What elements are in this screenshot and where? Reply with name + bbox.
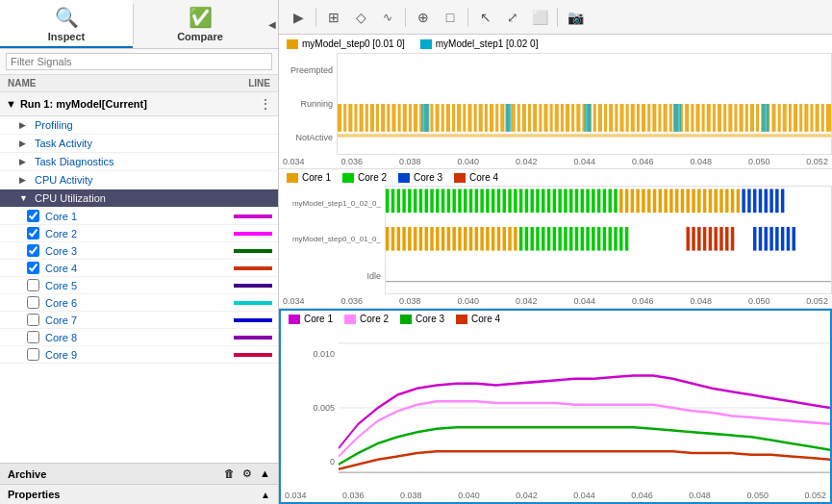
core-item-5[interactable]: Core 5 <box>0 277 278 294</box>
svg-rect-87 <box>810 104 813 132</box>
svg-rect-137 <box>609 189 612 213</box>
rect-button[interactable]: □ <box>439 6 462 29</box>
svg-rect-107 <box>441 189 444 213</box>
tree-item-task-activity[interactable]: ▶ Task Activity <box>0 135 278 153</box>
svg-rect-100 <box>402 189 405 213</box>
svg-rect-167 <box>775 189 778 213</box>
tree-container[interactable]: ▼ Run 1: myModel[Current] ⋮ ▶ Profiling … <box>0 92 278 463</box>
svg-rect-131 <box>575 189 578 213</box>
toolbar-sep-4 <box>557 8 558 27</box>
chart2-ylabels: myModel_step1_0_02_0_ myModel_step0_0_01… <box>279 186 385 294</box>
chart1-canvas <box>337 53 832 155</box>
svg-rect-117 <box>497 189 500 213</box>
collapse-left-button[interactable]: ◀ <box>266 0 278 48</box>
svg-rect-162 <box>747 189 750 213</box>
core-item-3[interactable]: Core 3 <box>0 242 278 260</box>
core-item-7[interactable]: Core 7 <box>0 312 278 329</box>
chart3-xaxis: 0.034 0.036 0.038 0.040 0.042 0.044 0.04… <box>281 489 830 502</box>
archive-settings-icon[interactable]: ⚙ <box>242 467 252 480</box>
filter-input[interactable] <box>6 53 272 70</box>
svg-rect-86 <box>804 104 808 132</box>
svg-rect-112 <box>469 189 472 213</box>
cursor-button[interactable]: ↖ <box>474 6 497 29</box>
core-label-4: Core 4 <box>45 263 230 274</box>
svg-rect-124 <box>536 189 539 213</box>
svg-rect-76 <box>750 104 754 132</box>
svg-rect-154 <box>703 189 706 213</box>
properties-collapse-icon[interactable]: ▲ <box>261 490 270 500</box>
tree-item-profiling[interactable]: ▶ Profiling <box>0 116 278 135</box>
toolbar-sep-3 <box>467 8 468 27</box>
core-label-6: Core 6 <box>45 297 230 309</box>
core-item-1[interactable]: Core 1 <box>0 208 278 225</box>
archive-collapse-icon[interactable]: ▲ <box>260 467 270 480</box>
svg-rect-50 <box>609 104 613 132</box>
core-checkbox-1[interactable] <box>27 210 39 222</box>
tab-inspect[interactable]: 🔍 Inspect <box>0 0 133 48</box>
properties-bar[interactable]: Properties ▲ <box>0 484 278 504</box>
diamond-button[interactable]: ◇ <box>349 6 372 29</box>
svg-rect-126 <box>547 189 550 213</box>
core-checkbox-4[interactable] <box>27 262 39 274</box>
core-checkbox-9[interactable] <box>27 348 39 361</box>
fullscreen-button[interactable]: ⬜ <box>528 6 551 29</box>
tabs-header: 🔍 Inspect ✅ Compare ◀ <box>0 0 278 49</box>
svg-rect-165 <box>765 189 768 213</box>
core-color-line-2 <box>234 232 272 236</box>
core-checkbox-5[interactable] <box>27 279 39 291</box>
svg-rect-7 <box>376 104 379 132</box>
core-item-4[interactable]: Core 4 <box>0 260 278 277</box>
chart3-legend-label-3: Core 4 <box>471 314 500 324</box>
expand-button[interactable]: ⤢ <box>501 6 524 29</box>
chart2-legend-item-3: Core 4 <box>454 172 498 183</box>
svg-rect-224 <box>765 227 768 251</box>
core-checkbox-8[interactable] <box>27 331 39 343</box>
core-item-8[interactable]: Core 8 <box>0 329 278 346</box>
tree-item-cpu-activity[interactable]: ▶ CPU Activity <box>0 171 278 189</box>
chart2-legend-label-3: Core 4 <box>469 172 498 183</box>
svg-rect-60 <box>664 104 668 132</box>
svg-rect-140 <box>625 189 628 213</box>
svg-rect-82 <box>783 104 787 132</box>
core-item-9[interactable]: Core 9 <box>0 346 278 364</box>
grid-button[interactable]: ⊞ <box>322 6 345 29</box>
chart2: Core 1 Core 2 Core 3 Core 4 <box>279 169 832 309</box>
wave-button[interactable]: ∿ <box>376 6 399 29</box>
svg-rect-13 <box>409 104 412 132</box>
core-checkbox-3[interactable] <box>27 244 39 257</box>
filter-bar <box>0 49 278 75</box>
run-header[interactable]: ▼ Run 1: myModel[Current] ⋮ <box>0 92 278 116</box>
svg-rect-94 <box>673 104 681 132</box>
svg-rect-56 <box>642 104 645 132</box>
tree-item-task-diagnostics[interactable]: ▶ Task Diagnostics <box>0 153 278 171</box>
core-checkbox-7[interactable] <box>27 314 39 326</box>
core-item-2[interactable]: Core 2 <box>0 225 278 242</box>
archive-bar[interactable]: Archive 🗑 ⚙ ▲ <box>0 463 278 484</box>
svg-rect-128 <box>558 189 561 213</box>
svg-rect-33 <box>517 104 520 132</box>
svg-rect-143 <box>642 189 644 213</box>
core-checkbox-6[interactable] <box>27 296 39 309</box>
svg-rect-160 <box>737 189 740 213</box>
chart2-legend-label-1: Core 2 <box>358 172 387 183</box>
chart3-ylabel-1: 0.005 <box>313 403 335 413</box>
svg-rect-203 <box>575 227 578 251</box>
toolbar-sep-1 <box>315 8 316 27</box>
svg-rect-179 <box>441 227 444 251</box>
svg-rect-212 <box>625 227 628 251</box>
chart1-ylabel-0: Preempted <box>290 65 333 75</box>
zoom-button[interactable]: ⊕ <box>412 6 435 29</box>
camera-button[interactable]: 📷 <box>564 6 587 29</box>
play-button[interactable]: ▶ <box>287 6 310 29</box>
svg-rect-144 <box>647 189 650 213</box>
main-container: 🔍 Inspect ✅ Compare ◀ NAME LINE ▼ <box>0 0 832 504</box>
core-item-6[interactable]: Core 6 <box>0 294 278 312</box>
run-menu-icon[interactable]: ⋮ <box>259 96 272 112</box>
chart3-ylabel-0: 0.010 <box>313 349 335 359</box>
core-color-line-7 <box>234 318 272 322</box>
svg-rect-20 <box>446 104 450 132</box>
core-checkbox-2[interactable] <box>27 227 39 239</box>
tab-compare[interactable]: ✅ Compare <box>134 0 266 48</box>
archive-delete-icon[interactable]: 🗑 <box>224 467 235 480</box>
tree-item-cpu-utilization[interactable]: ▼ CPU Utilization <box>0 189 278 208</box>
